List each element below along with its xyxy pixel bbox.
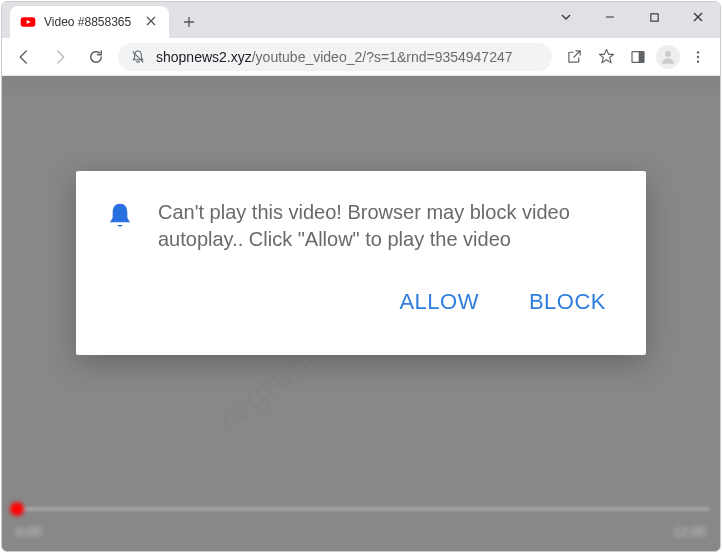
- modal-message: Can't play this video! Browser may block…: [158, 199, 618, 253]
- forward-button[interactable]: [46, 43, 74, 71]
- tab-title: Video #8858365: [44, 15, 131, 29]
- new-tab-button[interactable]: [179, 14, 199, 32]
- window-controls: [544, 2, 720, 32]
- share-icon[interactable]: [560, 43, 588, 71]
- allow-button[interactable]: ALLOW: [399, 289, 479, 315]
- menu-icon[interactable]: [684, 43, 712, 71]
- permission-modal: Can't play this video! Browser may block…: [76, 171, 646, 355]
- svg-point-4: [665, 51, 671, 57]
- close-window-button[interactable]: [676, 2, 720, 32]
- svg-point-5: [697, 51, 699, 53]
- maximize-button[interactable]: [632, 2, 676, 32]
- svg-point-6: [697, 55, 699, 57]
- back-button[interactable]: [10, 43, 38, 71]
- notification-blocked-icon[interactable]: [130, 49, 146, 65]
- time-total: 12:00: [673, 524, 706, 539]
- url-domain: shopnews2.xyz: [156, 49, 252, 65]
- address-bar[interactable]: shopnews2.xyz/youtube_video_2/?s=1&rnd=9…: [118, 43, 552, 71]
- minimize-button[interactable]: [588, 2, 632, 32]
- titlebar: Video #8858365: [2, 2, 720, 38]
- time-current: 0:00: [16, 524, 41, 539]
- svg-rect-3: [639, 51, 644, 62]
- bookmark-icon[interactable]: [592, 43, 620, 71]
- url-path: /youtube_video_2/?s=1&rnd=9354947247: [252, 49, 513, 65]
- youtube-icon: [20, 14, 36, 30]
- page-content: 0:00 12:00 regrunreanimator.com Can't pl…: [2, 76, 720, 551]
- browser-tab[interactable]: Video #8858365: [10, 6, 169, 38]
- close-tab-icon[interactable]: [143, 15, 159, 29]
- chevron-down-icon[interactable]: [544, 2, 588, 32]
- reload-button[interactable]: [82, 43, 110, 71]
- svg-rect-1: [650, 13, 657, 20]
- url-text: shopnews2.xyz/youtube_video_2/?s=1&rnd=9…: [156, 49, 513, 65]
- avatar-icon[interactable]: [656, 45, 680, 69]
- svg-point-7: [697, 60, 699, 62]
- block-button[interactable]: BLOCK: [529, 289, 606, 315]
- side-panel-icon[interactable]: [624, 43, 652, 71]
- toolbar: shopnews2.xyz/youtube_video_2/?s=1&rnd=9…: [2, 38, 720, 76]
- bell-icon: [104, 201, 136, 253]
